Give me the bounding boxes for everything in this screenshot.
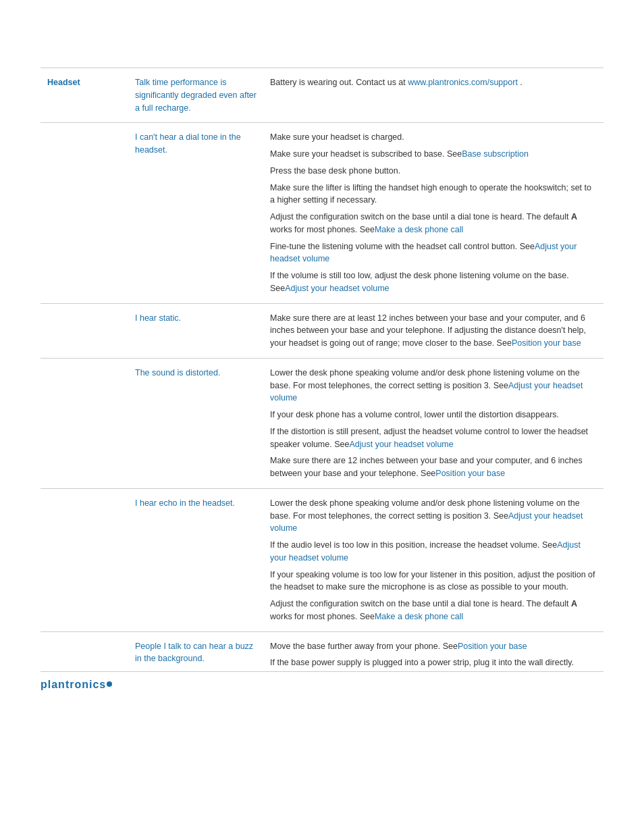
section-label-empty — [41, 488, 128, 631]
solution-link[interactable]: Adjust your headset volume — [285, 284, 389, 293]
solution-item: Make sure your headset is subscribed to … — [270, 148, 597, 161]
solution-link[interactable]: Adjust your headset volume — [270, 511, 583, 533]
solution-cell: Move the base further away from your pho… — [263, 631, 603, 677]
section-label: Headset — [41, 68, 128, 123]
solution-link[interactable]: Base subscription — [462, 149, 529, 159]
solution-link[interactable]: www.plantronics.com/support — [408, 78, 518, 87]
solution-cell: Make sure your headset is charged.Make s… — [263, 123, 603, 303]
solution-item: Make sure the lifter is lifting the hand… — [270, 182, 597, 207]
solution-link[interactable]: Position your base — [512, 338, 581, 348]
problem-cell: I can't hear a dial tone in the headset. — [128, 123, 263, 303]
solution-item: Fine-tune the listening volume with the … — [270, 240, 597, 266]
solution-item: Lower the desk phone speaking volume and… — [270, 497, 597, 535]
solution-link[interactable]: Adjust your headset volume — [270, 242, 576, 264]
table-row: Headset Talk time performance is signifi… — [41, 68, 603, 123]
solution-link[interactable]: Adjust your headset volume — [349, 440, 453, 449]
problem-cell: I hear echo in the headset. — [128, 488, 263, 631]
solution-item: Adjust the configuration switch on the b… — [270, 211, 597, 236]
table-row: I can't hear a dial tone in the headset.… — [41, 123, 603, 303]
table-row: The sound is distorted. Lower the desk p… — [41, 358, 603, 488]
solution-link[interactable]: Position your base — [435, 469, 505, 478]
plantronics-logo: plantronics — [41, 679, 112, 691]
troubleshooting-table: Headset Talk time performance is signifi… — [41, 68, 603, 677]
logo-dot — [107, 681, 112, 687]
solution-item: If your speaking volume is too low for y… — [270, 569, 597, 594]
solution-cell: Lower the desk phone speaking volume and… — [263, 488, 603, 631]
solution-item: If the base power supply is plugged into… — [270, 656, 597, 669]
footer: plantronics — [41, 671, 603, 691]
solution-item: If the distortion is still present, adju… — [270, 425, 597, 451]
solution-cell: Lower the desk phone speaking volume and… — [263, 358, 603, 488]
solution-item: Make sure your headset is charged. — [270, 131, 597, 144]
solution-item: If your desk phone has a volume control,… — [270, 409, 597, 421]
solution-item: Adjust the configuration switch on the b… — [270, 598, 597, 623]
solution-item: Move the base further away from your pho… — [270, 640, 597, 653]
solution-link[interactable]: Make a desk phone call — [375, 612, 463, 621]
solution-item: If the audio level is too low in this po… — [270, 539, 597, 565]
solution-cell: Make sure there are at least 12 inches b… — [263, 303, 603, 358]
solution-item: If the volume is still too low, adjust t… — [270, 269, 597, 295]
problem-cell: The sound is distorted. — [128, 358, 263, 488]
section-label-empty — [41, 631, 128, 677]
problem-cell: People I talk to can hear a buzz in the … — [128, 631, 263, 677]
solution-link[interactable]: Make a desk phone call — [375, 225, 463, 234]
table-row: I hear echo in the headset. Lower the de… — [41, 488, 603, 631]
problem-cell: Talk time performance is significantly d… — [128, 68, 263, 123]
solution-link[interactable]: Position your base — [458, 642, 527, 651]
section-label-empty — [41, 123, 128, 303]
table-row: People I talk to can hear a buzz in the … — [41, 631, 603, 677]
solution-cell: Battery is wearing out. Contact us at ww… — [263, 68, 603, 123]
solution-item: Lower the desk phone speaking volume and… — [270, 367, 597, 405]
solution-item: Press the base desk phone button. — [270, 165, 597, 178]
table-row: I hear static. Make sure there are at le… — [41, 303, 603, 358]
page: Headset Talk time performance is signifi… — [0, 0, 644, 704]
solution-item: Make sure there are 12 inches between yo… — [270, 454, 597, 480]
solution-item: Make sure there are at least 12 inches b… — [270, 312, 597, 350]
problem-cell: I hear static. — [128, 303, 263, 358]
solution-item: Battery is wearing out. Contact us at ww… — [270, 76, 597, 89]
section-label-empty — [41, 358, 128, 488]
section-label-empty — [41, 303, 128, 358]
solution-link[interactable]: Adjust your headset volume — [270, 540, 581, 563]
solution-link[interactable]: Adjust your headset volume — [270, 381, 583, 403]
